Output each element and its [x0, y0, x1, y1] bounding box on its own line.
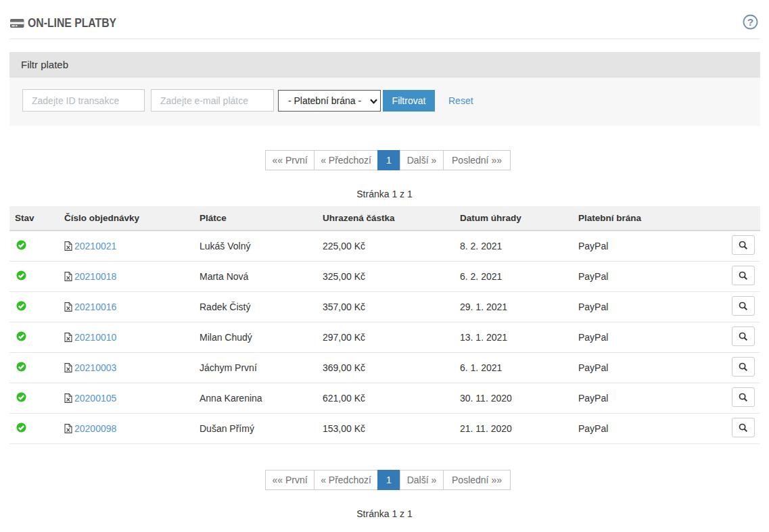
svg-text:?: ?	[747, 16, 753, 28]
